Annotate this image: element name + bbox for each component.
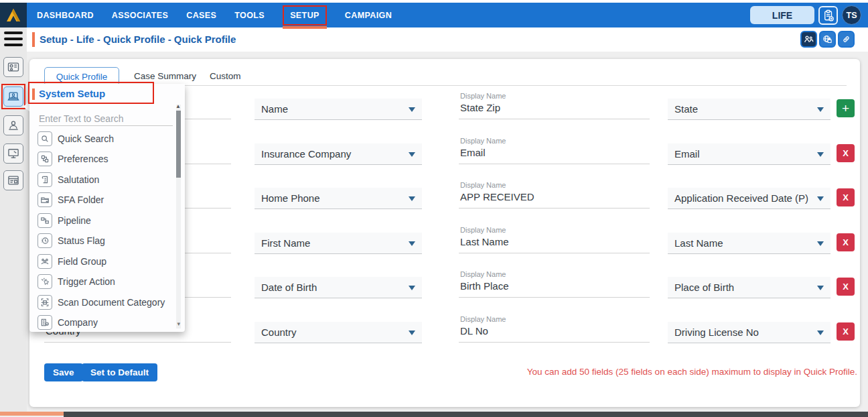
menu-item-sfa-folder[interactable]: SFA Folder (38, 191, 104, 208)
salutation-icon (38, 172, 52, 187)
chevron-down-icon (817, 241, 824, 246)
remove-field-button[interactable]: X (837, 188, 855, 206)
nav-item-tools[interactable]: TOOLS (234, 11, 265, 20)
right-display-name-input[interactable]: Display Name DL No (459, 315, 650, 343)
chevron-down-icon (817, 152, 824, 157)
display-name-label: Display Name (459, 315, 650, 324)
chevron-down-icon (817, 286, 824, 290)
menu-item-label: SFA Folder (58, 194, 104, 205)
menu-item-salutation[interactable]: Salutation (38, 171, 99, 188)
menu-item-field-group[interactable]: Field Group (38, 253, 106, 270)
left-field-select[interactable]: Insurance Company (255, 143, 422, 165)
nav-item-dashboard[interactable]: DASHBOARD (37, 11, 94, 20)
menu-item-label: Scan Document Category (58, 297, 165, 308)
remove-field-button[interactable]: X (837, 144, 855, 162)
nav-item-cases[interactable]: CASES (186, 11, 216, 20)
left-field-select[interactable]: Country (255, 322, 422, 343)
menu-item-label: Trigger Action (58, 276, 115, 287)
chevron-down-icon (409, 196, 415, 201)
remove-field-button[interactable]: X (837, 278, 855, 296)
menu-scrollbar-thumb[interactable] (176, 111, 181, 178)
display-name-value: Last Name (459, 236, 650, 247)
nav-item-setup[interactable]: SETUP (290, 11, 319, 20)
right-display-name-input[interactable]: Display Name Email (459, 137, 650, 164)
person-desk-icon (7, 119, 20, 132)
monitor-icon (7, 147, 20, 160)
sidebar-active-annotation (1, 84, 25, 109)
menu-item-label: Quick Search (58, 133, 114, 144)
company-icon (38, 315, 52, 330)
remove-field-button[interactable]: X (837, 233, 855, 251)
select-value: Driving License No (674, 326, 759, 338)
breadcrumb: Setup - Life - Quick Profile - Quick Pro… (40, 34, 236, 45)
right-field-select[interactable]: Place of Birth (668, 277, 830, 298)
display-name-value: Birth Place (459, 280, 650, 292)
right-field-select[interactable]: State (668, 99, 830, 120)
menu-item-label: Field Group (58, 256, 106, 267)
nav-item-associates[interactable]: ASSOCIATES (112, 11, 168, 20)
link-icon (841, 34, 851, 44)
display-name-value: State Zip (459, 102, 650, 113)
left-field-select[interactable]: First Name (255, 233, 422, 254)
right-field-select[interactable]: Application Received Date (P) (668, 188, 830, 209)
menu-item-preferences[interactable]: Preferences (38, 150, 108, 168)
set-to-default-button[interactable]: Set to Default (82, 363, 157, 381)
sidebar-item-desktop-setup[interactable] (3, 143, 23, 164)
quick-search-icon (38, 131, 52, 146)
menu-item-label: Salutation (58, 174, 99, 185)
display-name-label: Display Name (459, 226, 650, 235)
menu-item-status-flag[interactable]: Status Flag (38, 232, 105, 249)
right-display-name-input[interactable]: Display Name Last Name (459, 226, 650, 253)
hamburger-menu-button[interactable] (4, 32, 23, 50)
associates-view-button[interactable] (800, 31, 817, 48)
menu-item-quick-search[interactable]: Quick Search (38, 130, 114, 147)
right-display-name-input[interactable]: Display Name Birth Place (459, 270, 650, 298)
life-module-button[interactable]: LIFE (750, 6, 814, 24)
sidebar-item-contacts[interactable] (3, 57, 23, 77)
menu-item-label: Pipeline (58, 215, 91, 226)
globe-lock-icon (822, 34, 833, 44)
menu-item-scan-document-category[interactable]: Scan Document Category (38, 294, 165, 311)
right-field-select[interactable]: Last Name (668, 233, 830, 254)
trigger-action-icon (38, 274, 52, 289)
left-field-select[interactable]: Date of Birth (255, 277, 422, 298)
tab-case-summary[interactable]: Case Summary (134, 71, 196, 81)
sidebar-item-associate-setup[interactable] (3, 115, 23, 135)
laptop-person-icon (7, 90, 20, 103)
right-field-select[interactable]: Email (668, 143, 830, 165)
sidebar-item-system-setup[interactable] (3, 86, 23, 107)
select-value: Application Received Date (P) (674, 192, 808, 204)
user-avatar[interactable]: TS (842, 5, 861, 25)
app-logo[interactable] (0, 3, 27, 27)
add-field-button[interactable]: + (837, 99, 855, 117)
add-case-button[interactable] (818, 6, 838, 25)
left-field-select[interactable]: Name (255, 99, 422, 120)
chevron-down-icon (409, 286, 415, 290)
link-button[interactable] (838, 31, 855, 48)
right-display-name-input[interactable]: Display Name APP RECEIVED (459, 181, 650, 208)
scroll-up-icon[interactable]: ▲ (175, 104, 181, 109)
menu-item-pipeline[interactable]: Pipeline (38, 212, 91, 229)
nav-item-campaign[interactable]: CAMPAIGN (345, 11, 392, 20)
right-display-name-input[interactable]: Display Name State Zip (459, 92, 650, 119)
save-button[interactable]: Save (44, 363, 83, 381)
chevron-down-icon (409, 152, 415, 157)
select-value: Date of Birth (261, 282, 317, 293)
bottom-scrollbar[interactable] (64, 412, 868, 417)
display-name-label: Display Name (459, 181, 650, 190)
scroll-down-icon[interactable]: ▾ (177, 321, 180, 327)
remove-field-button[interactable]: X (837, 322, 855, 341)
global-settings-button[interactable] (819, 31, 836, 48)
tab-custom[interactable]: Custom (210, 71, 241, 81)
breadcrumb-accent (32, 32, 35, 47)
right-field-select[interactable]: Driving License No (668, 322, 830, 343)
menu-search-input[interactable] (39, 111, 173, 126)
menu-item-company[interactable]: Company (38, 314, 98, 331)
menu-item-trigger-action[interactable]: Trigger Action (38, 273, 115, 290)
people-icon (804, 34, 814, 44)
display-name-label: Display Name (459, 92, 650, 101)
left-field-select[interactable]: Home Phone (255, 188, 422, 209)
display-name-value: DL No (459, 325, 650, 337)
sidebar-item-page-setup[interactable] (3, 170, 23, 190)
select-value: Email (674, 148, 700, 160)
